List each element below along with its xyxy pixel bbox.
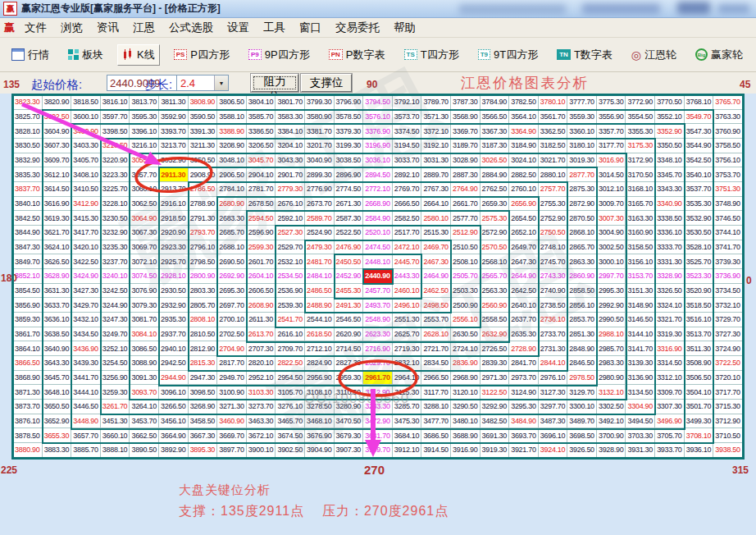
toolbar-item-6[interactable]: TST四方形 bbox=[399, 44, 464, 66]
menu-item-9[interactable]: 帮助 bbox=[394, 21, 416, 35]
price-cell: 2582.50 bbox=[393, 211, 422, 226]
resistance-button[interactable]: 阻力位 bbox=[251, 74, 298, 92]
price-cell: 3504.10 bbox=[685, 385, 714, 400]
toolbar-item-0[interactable]: 行情 bbox=[7, 44, 54, 66]
toolbar-item-9[interactable]: ◎江恩轮 bbox=[626, 44, 681, 66]
price-cell: 3643.30 bbox=[43, 356, 72, 371]
price-cell: 3069.70 bbox=[130, 240, 159, 255]
toolbar-item-7[interactable]: T99T四方形 bbox=[473, 44, 544, 66]
support-button[interactable]: 支撑位 bbox=[301, 74, 352, 92]
price-cell: 2676.10 bbox=[276, 197, 305, 212]
price-cell: 3842.50 bbox=[13, 211, 43, 226]
price-cell: 3235.30 bbox=[101, 240, 130, 255]
toolbar-item-1[interactable]: 板块 bbox=[63, 44, 108, 66]
candles-icon bbox=[122, 48, 134, 61]
price-cell: 2618.50 bbox=[305, 327, 335, 342]
window-title: 赢家江恩专业版[赢家服务平台] - [价格正方形] bbox=[21, 2, 221, 16]
menu-item-7[interactable]: 窗口 bbox=[299, 21, 321, 35]
toolbar-item-3[interactable]: PSP四方形 bbox=[169, 44, 235, 66]
price-cell: 3650.50 bbox=[43, 400, 72, 414]
menu-item-8[interactable]: 交易委托 bbox=[335, 21, 380, 35]
price-cell: 3463.30 bbox=[247, 414, 276, 429]
price-cell: 3799.30 bbox=[305, 95, 335, 110]
price-cell: 2906.50 bbox=[217, 167, 247, 182]
price-cell: 3098.50 bbox=[189, 385, 218, 400]
price-cell: 3900.10 bbox=[247, 443, 276, 458]
toolbar-item-2[interactable]: K线 bbox=[117, 44, 160, 66]
menu-items: 文件浏览资讯江恩公式选股设置工具窗口交易委托帮助 bbox=[25, 21, 416, 35]
price-cell: 2452.90 bbox=[335, 269, 364, 284]
price-cell: 3110.50 bbox=[335, 385, 364, 400]
menu-item-6[interactable]: 工具 bbox=[263, 21, 285, 35]
badge-icon: TN bbox=[557, 49, 571, 60]
price-cell: 3448.90 bbox=[71, 414, 101, 429]
price-cell: 3936.10 bbox=[685, 443, 714, 458]
toolbar-item-8[interactable]: TNT数字表 bbox=[552, 44, 617, 66]
price-cell: 3168.10 bbox=[626, 182, 655, 197]
angle-label-0: 0 bbox=[746, 275, 752, 286]
price-cell: 3446.50 bbox=[71, 400, 101, 414]
price-cell: 3045.70 bbox=[247, 153, 276, 168]
price-cell: 2524.90 bbox=[305, 226, 335, 240]
price-cell: 2750.50 bbox=[539, 226, 568, 240]
price-cell: 2611.30 bbox=[247, 313, 276, 327]
price-cell: 2560.90 bbox=[480, 298, 510, 313]
price-cell: 2644.90 bbox=[509, 269, 539, 284]
price-cell: 2846.50 bbox=[567, 356, 597, 371]
toolbar-item-5[interactable]: PNP数字表 bbox=[324, 44, 390, 66]
price-cell: 3460.90 bbox=[217, 414, 247, 429]
price-cell: 2652.10 bbox=[509, 226, 539, 240]
price-cell: 3429.70 bbox=[71, 298, 101, 313]
price-cell: 2498.50 bbox=[421, 298, 451, 313]
price-cell: 3621.70 bbox=[43, 226, 72, 240]
price-cell: 2592.10 bbox=[276, 211, 305, 226]
price-cell: 2709.70 bbox=[276, 341, 305, 356]
price-cell: 3379.30 bbox=[335, 124, 364, 139]
menu-item-5[interactable]: 设置 bbox=[227, 21, 249, 35]
price-cell: 3393.70 bbox=[159, 124, 189, 139]
price-cell: 2496.10 bbox=[393, 298, 422, 313]
price-cell: 3732.10 bbox=[713, 298, 743, 313]
price-cell: 3703.30 bbox=[626, 428, 655, 443]
price-cell: 2484.10 bbox=[305, 269, 335, 284]
price-cell: 3079.30 bbox=[130, 298, 159, 313]
price-cell: 3319.30 bbox=[655, 327, 685, 342]
price-cell-support: 2911.30 bbox=[159, 167, 189, 182]
toolbar: 行情板块K线PSP四方形P99P四方形PNP数字表TST四方形T99T四方形TN… bbox=[0, 38, 756, 72]
price-cell: 3127.30 bbox=[539, 385, 568, 400]
price-cell: 2868.10 bbox=[567, 226, 597, 240]
price-cell: 3717.70 bbox=[713, 385, 743, 400]
price-cell: 3228.10 bbox=[101, 197, 130, 212]
price-cell: 3516.10 bbox=[685, 313, 714, 327]
toolbar-item-10[interactable]: Big赢家轮 bbox=[690, 44, 748, 66]
chevron-down-icon[interactable]: ▼ bbox=[214, 75, 228, 90]
price-cell: 3818.50 bbox=[71, 95, 101, 110]
price-cell: 2798.50 bbox=[189, 254, 218, 269]
price-cell: 3552.10 bbox=[655, 110, 685, 125]
step-dropdown[interactable]: 2.4 ▼ bbox=[176, 75, 229, 91]
price-cell: 2623.30 bbox=[363, 327, 393, 342]
menu-item-1[interactable]: 浏览 bbox=[61, 21, 83, 35]
price-cell: 2983.30 bbox=[597, 356, 626, 371]
price-cell: 3715.30 bbox=[713, 400, 743, 414]
menu-item-2[interactable]: 资讯 bbox=[97, 21, 119, 35]
price-cell: 3177.70 bbox=[597, 139, 626, 153]
price-cell: 2930.50 bbox=[159, 284, 189, 299]
price-cell: 3360.10 bbox=[567, 124, 597, 139]
menu-item-0[interactable]: 文件 bbox=[25, 21, 47, 35]
menu-item-3[interactable]: 江恩 bbox=[133, 21, 155, 35]
price-cell: 2599.30 bbox=[247, 240, 276, 255]
price-cell: 2995.30 bbox=[597, 284, 626, 299]
toolbar-item-4[interactable]: P99P四方形 bbox=[244, 44, 315, 66]
price-cell: 3549.70 bbox=[685, 110, 714, 125]
price-cell: 3271.30 bbox=[217, 400, 247, 414]
price-cell: 2594.50 bbox=[247, 211, 276, 226]
price-cell: 3189.70 bbox=[451, 139, 480, 153]
menu-item-4[interactable]: 公式选股 bbox=[169, 21, 213, 35]
price-cell: 3357.70 bbox=[597, 124, 626, 139]
price-cell: 2858.50 bbox=[567, 284, 597, 299]
price-cell: 3124.90 bbox=[509, 385, 539, 400]
price-cell: 3919.30 bbox=[480, 443, 510, 458]
price-cell: 3688.90 bbox=[451, 428, 480, 443]
price-cell: 3405.70 bbox=[71, 153, 101, 168]
